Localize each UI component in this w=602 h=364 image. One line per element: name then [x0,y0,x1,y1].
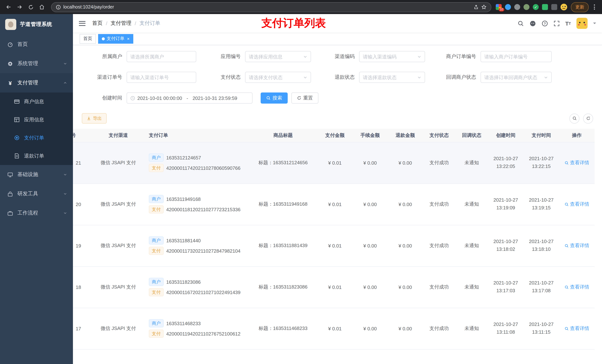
pay-tag: 支付 [149,205,164,213]
toggle-search-icon[interactable] [570,113,580,123]
user-avatar[interactable] [576,18,588,29]
extension-icon-drop[interactable] [505,4,511,10]
dashboard-icon [7,42,13,47]
browser-forward-icon[interactable] [15,2,24,12]
reset-button[interactable]: 重置 [291,93,318,104]
orders-table-wrap: 编号 支付渠道 支付订单 商品标题 支付金额 手续金额 退款金额 支付状态 回调… [73,129,602,364]
merchant-select[interactable] [127,51,196,62]
reset-button-label: 重置 [303,95,313,101]
github-icon[interactable] [529,20,536,27]
cell-title: 标题：1635311468233 [249,308,317,349]
cell-notify: 未通知 [455,184,488,225]
breadcrumb-home[interactable]: 首页 [92,20,103,27]
app-select[interactable] [245,51,311,62]
channel-order-no-input[interactable] [127,72,196,83]
help-icon[interactable]: ? [541,20,548,26]
table-row-partial: 商户1635311857126 [73,349,595,364]
sidebar-item-label: 退款订单 [24,153,44,159]
pay-status-select[interactable] [245,72,311,83]
sidebar-logo-row[interactable]: 芋道管理系统 [0,14,73,35]
refund-status-select[interactable] [359,72,425,83]
browser-home-icon[interactable] [37,2,47,12]
cell-channel: 微信 JSAPI 支付 [91,266,145,308]
browser-reload-icon[interactable] [26,2,35,12]
field-label: 应用编号 [196,53,245,60]
sidebar-item-label: 支付管理 [17,80,38,86]
browser-menu-icon[interactable] [592,4,597,10]
cell-notify: 未通知 [455,225,488,266]
sidebar-item-infra[interactable]: 基础设施 [0,165,73,184]
bookmark-star-icon[interactable] [481,4,486,10]
col-id: 编号 [73,129,91,142]
extension-icon-check[interactable]: ✓ [533,4,539,10]
browser-profile-avatar[interactable] [560,4,567,10]
avatar-dropdown-caret[interactable] [593,22,596,26]
sidebar-item-system[interactable]: 系统管理 [0,54,73,73]
extensions-puzzle-icon[interactable] [551,4,557,10]
cell-order: 商户1635311468233 支付4200001194202110276752… [145,308,249,349]
cell-pay-time: 2021-10-2713:17:08 [524,266,559,308]
font-size-icon[interactable]: TT [565,20,571,26]
view-detail-link[interactable]: 查看详情 [564,242,589,249]
tab-pay-order[interactable]: 支付订单 × [98,34,133,43]
pay-tag: 支付 [149,164,164,172]
sidebar-item-pay-order[interactable]: 支付订单 [0,129,73,147]
sidebar-item-merchant-info[interactable]: 商户信息 [0,93,73,111]
refresh-icon[interactable] [583,113,593,123]
chevron-down-icon [303,75,307,79]
sidebar-item-home[interactable]: 首页 [0,35,73,54]
sidebar-item-refund-order[interactable]: 退款订单 [0,147,73,165]
notify-status-select[interactable] [481,72,552,83]
filter-field-merchant: 所属商户 [84,51,196,62]
active-dot [102,37,105,40]
fullscreen-icon[interactable] [553,20,559,26]
cell-order: 商户1635311823086 支付4200001167202110271022… [145,266,249,308]
search-button[interactable]: 搜索 [261,93,288,104]
cell-refund: ¥ 0.00 [388,266,423,308]
cell-fee: ¥ 0.00 [353,308,388,349]
pay-tag: 支付 [149,247,164,255]
view-detail-link[interactable]: 查看详情 [564,159,589,166]
cell-refund: ¥ 0.00 [388,184,423,225]
cell-create-time: 2021-10-2713:19:09 [488,184,524,225]
extension-icon-gray[interactable] [514,4,520,10]
cell-actions: 查看详情 [559,266,595,308]
table-toolbar: 导出 [82,113,593,124]
view-detail-link[interactable]: 查看详情 [564,325,589,332]
share-icon[interactable] [473,4,479,10]
view-detail-link[interactable]: 查看详情 [564,201,589,208]
col-channel: 支付渠道 [91,129,145,142]
chevron-down-icon [63,192,67,196]
cell-status: 支付成功 [423,225,455,266]
search-icon[interactable] [517,20,524,26]
briefcase-icon [7,210,13,216]
sidebar-item-workflow[interactable]: 工作流程 [0,203,73,223]
cell-amount: ¥ 0.01 [317,308,353,349]
browser-update-button[interactable]: 更新 [571,2,589,12]
sidebar-item-app-info[interactable]: 应用信息 [0,111,73,129]
sidebar-item-label: 研发工具 [17,190,38,197]
view-detail-link[interactable]: 查看详情 [564,284,589,290]
cell-channel: 微信 JSAPI 支付 [91,184,145,225]
sidebar-item-devtools[interactable]: 研发工具 [0,184,73,203]
sidebar-collapse-icon[interactable] [79,21,86,26]
tab-home[interactable]: 首页 [80,34,96,43]
sidebar-item-pay[interactable]: ¥ 支付管理 [0,73,73,93]
site-info-icon[interactable] [56,5,61,10]
filter-field-pay-status: 支付状态 [196,72,311,83]
create-time-range-picker[interactable]: 2021-10-01 00:00:00 - 2021-10-31 23:59:5… [127,93,252,104]
extension-icon-colorful[interactable]: 10 [496,4,502,10]
url-bar[interactable]: localhost:1024/pay/order [51,2,491,12]
merchant-order-no-input[interactable] [481,51,552,62]
extension-icon-chat[interactable] [542,4,548,10]
extension-icon-olive[interactable] [524,4,529,10]
close-icon[interactable]: × [127,36,129,41]
breadcrumb-section[interactable]: 支付管理 [111,20,131,27]
field-label: 支付状态 [196,74,245,81]
cell-id [73,349,91,364]
channel-code-select[interactable] [359,51,425,62]
cell-pay-time: 2021-10-2713:18:10 [524,225,559,266]
export-button[interactable]: 导出 [82,113,107,124]
cell-create-time: 2021-10-2713:17:03 [488,266,524,308]
browser-back-icon[interactable] [4,2,13,12]
